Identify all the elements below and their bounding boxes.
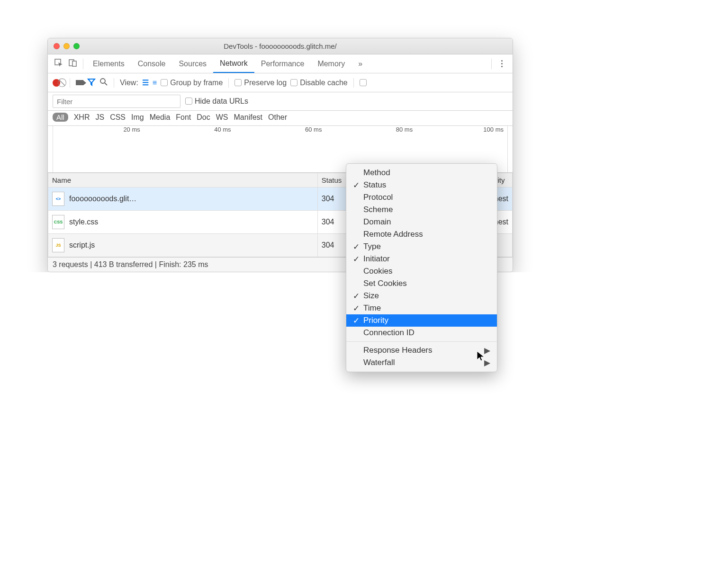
tab-elements[interactable]: Elements	[86, 54, 131, 73]
type-filter-font[interactable]: Font	[176, 113, 191, 122]
more-tabs-button[interactable]: »	[352, 54, 369, 73]
hide-data-urls-checkbox[interactable]: Hide data URLs	[185, 97, 248, 106]
file-icon: JS	[52, 238, 64, 252]
tab-sources[interactable]: Sources	[172, 54, 213, 73]
column-header-name[interactable]: Name	[48, 173, 318, 187]
cell-status: 304	[317, 211, 347, 234]
cell-status: 304	[317, 234, 347, 257]
preserve-log-label: Preserve log	[244, 79, 287, 87]
type-filter-xhr[interactable]: XHR	[74, 113, 90, 122]
file-name: style.css	[69, 218, 98, 226]
window-title: DevTools - fooooooooods.glitch.me/	[224, 42, 336, 50]
type-filter-ws[interactable]: WS	[216, 113, 228, 122]
panel-tabs: ElementsConsoleSourcesNetworkPerformance…	[48, 54, 513, 73]
cell-status: 304	[317, 187, 347, 211]
capture-screenshots-icon[interactable]	[76, 80, 83, 85]
tab-network[interactable]: Network	[213, 54, 254, 73]
search-icon[interactable]	[99, 78, 108, 88]
menu-item-method[interactable]: Method	[346, 167, 497, 179]
close-window-button[interactable]	[54, 43, 60, 49]
zoom-window-button[interactable]	[73, 43, 80, 49]
filter-input[interactable]	[53, 95, 180, 108]
file-name: script.js	[69, 241, 95, 249]
offline-checkbox[interactable]	[360, 79, 367, 86]
menu-item-scheme[interactable]: Scheme	[346, 204, 497, 216]
svg-rect-2	[72, 61, 76, 66]
filter-bar: Hide data URLs	[48, 92, 513, 111]
device-toolbar-icon[interactable]	[66, 59, 80, 69]
svg-point-3	[100, 79, 105, 83]
inspect-element-icon[interactable]	[52, 59, 66, 69]
tab-console[interactable]: Console	[131, 54, 172, 73]
svg-line-4	[105, 83, 107, 85]
titlebar: DevTools - fooooooooods.glitch.me/	[48, 38, 513, 54]
time-tick: 80 ms	[325, 126, 416, 133]
filter-toggle-icon[interactable]	[87, 78, 96, 88]
group-by-frame-label: Group by frame	[170, 79, 223, 87]
group-by-frame-checkbox[interactable]: Group by frame	[161, 79, 223, 87]
type-filter-row: AllXHRJSCSSImgMediaFontDocWSManifestOthe…	[48, 111, 513, 126]
type-filter-media[interactable]: Media	[150, 113, 171, 122]
view-small-icon[interactable]: ≡	[153, 79, 157, 87]
file-icon: CSS	[52, 215, 64, 229]
menu-item-status[interactable]: Status	[346, 179, 497, 191]
type-filter-doc[interactable]: Doc	[197, 113, 210, 122]
network-toolbar: ⃠ View: ☰ ≡ Group by frame Preserve log …	[48, 73, 513, 92]
record-button[interactable]	[53, 79, 60, 87]
disable-cache-checkbox[interactable]: Disable cache	[290, 79, 348, 87]
disable-cache-label: Disable cache	[300, 79, 348, 87]
type-filter-all[interactable]: All	[53, 113, 68, 122]
traffic-lights	[54, 43, 80, 49]
menu-item-type[interactable]: Type	[346, 241, 497, 253]
file-name: fooooooooods.glit…	[69, 195, 136, 203]
time-tick: 40 ms	[144, 126, 235, 133]
menu-item-initiator[interactable]: Initiator	[346, 253, 497, 265]
minimize-window-button[interactable]	[63, 43, 70, 49]
preserve-log-checkbox[interactable]: Preserve log	[234, 79, 287, 87]
time-tick: 60 ms	[235, 126, 326, 133]
tab-performance[interactable]: Performance	[254, 54, 311, 73]
menu-item-remote-address[interactable]: Remote Address	[346, 228, 497, 241]
view-large-icon[interactable]: ☰	[142, 78, 149, 87]
time-tick: 100 ms	[416, 126, 507, 133]
menu-item-cookies[interactable]: Cookies	[346, 265, 497, 272]
type-filter-css[interactable]: CSS	[110, 113, 126, 122]
type-filter-other[interactable]: Other	[268, 113, 287, 122]
type-filter-img[interactable]: Img	[131, 113, 144, 122]
column-header-status[interactable]: Status	[317, 173, 347, 187]
hide-data-urls-label: Hide data URLs	[195, 97, 248, 105]
type-filter-js[interactable]: JS	[95, 113, 104, 122]
menu-item-domain[interactable]: Domain	[346, 216, 497, 228]
kebab-menu-icon[interactable]	[495, 60, 509, 67]
menu-item-protocol[interactable]: Protocol	[346, 191, 497, 204]
column-context-menu: MethodStatusProtocolSchemeDomainRemote A…	[346, 163, 497, 272]
file-icon: <>	[52, 192, 64, 206]
tab-memory[interactable]: Memory	[311, 54, 352, 73]
time-tick: 20 ms	[53, 126, 144, 133]
type-filter-manifest[interactable]: Manifest	[234, 113, 262, 122]
view-label: View:	[120, 79, 138, 87]
